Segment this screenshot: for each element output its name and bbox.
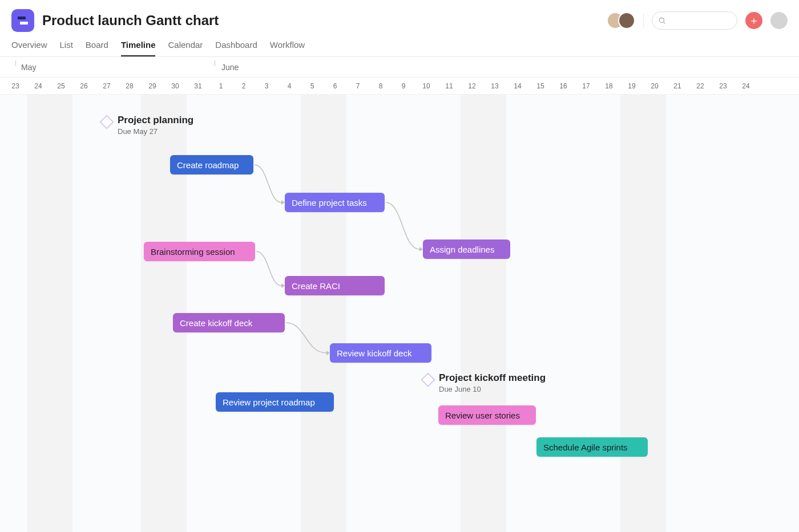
day-cell: 16 xyxy=(552,82,575,90)
day-cell: 8 xyxy=(369,82,392,90)
day-cell: 21 xyxy=(666,82,689,90)
tab-list[interactable]: List xyxy=(60,40,73,56)
day-cell: 3 xyxy=(255,82,278,90)
member-avatars[interactable] xyxy=(607,12,635,29)
gantt-chart[interactable]: Project planningDue May 27Project kickof… xyxy=(0,95,799,532)
day-cell: 10 xyxy=(415,82,438,90)
day-cell: 5 xyxy=(301,82,324,90)
day-cell: 25 xyxy=(50,82,72,90)
task-bar[interactable]: Assign deadlines xyxy=(423,239,510,259)
tab-timeline[interactable]: Timeline xyxy=(121,40,156,56)
day-cell: 15 xyxy=(529,82,552,90)
diamond-icon xyxy=(99,115,114,129)
day-cell: 22 xyxy=(689,82,712,90)
milestone-title: Project kickoff meeting xyxy=(439,372,546,384)
task-bar[interactable]: Review kickoff deck xyxy=(330,343,431,363)
month-label: June xyxy=(221,63,239,72)
day-cell: 20 xyxy=(643,82,666,90)
svg-point-0 xyxy=(659,18,664,22)
tab-board[interactable]: Board xyxy=(86,40,108,56)
weekend-stripe xyxy=(461,95,506,532)
task-bar[interactable]: Create roadmap xyxy=(170,155,253,174)
day-cell: 14 xyxy=(506,82,529,90)
month-row: MayJune xyxy=(0,57,799,78)
day-cell: 31 xyxy=(187,82,209,90)
day-cell: 1 xyxy=(209,82,232,90)
day-cell: 23 xyxy=(4,82,27,90)
milestone-subtitle: Due June 10 xyxy=(439,385,546,393)
task-bar[interactable]: Schedule Agile sprints xyxy=(536,437,648,457)
task-bar[interactable]: Create kickoff deck xyxy=(173,313,285,332)
month-tick xyxy=(215,60,215,66)
day-cell: 24 xyxy=(735,82,757,90)
milestone[interactable]: Project planningDue May 27 xyxy=(102,115,193,136)
page-title: Product launch Gantt chart xyxy=(42,13,219,29)
task-bar[interactable]: Brainstorming session xyxy=(144,242,255,261)
day-cell: 2 xyxy=(232,82,255,90)
month-tick xyxy=(15,60,16,66)
svg-line-1 xyxy=(664,22,665,24)
dependency-arrow xyxy=(384,200,427,254)
day-cell: 11 xyxy=(438,82,461,90)
plus-icon: ＋ xyxy=(749,14,759,27)
user-avatar[interactable] xyxy=(770,12,788,29)
weekend-stripe xyxy=(27,95,72,532)
task-bar[interactable]: Create RACI xyxy=(285,276,385,295)
milestone[interactable]: Project kickoff meetingDue June 10 xyxy=(423,372,546,393)
view-tabs: OverviewListBoardTimelineCalendarDashboa… xyxy=(0,32,799,57)
day-cell: 27 xyxy=(95,82,118,90)
milestone-subtitle: Due May 27 xyxy=(118,127,193,136)
day-cell: 19 xyxy=(620,82,643,90)
day-cell: 28 xyxy=(118,82,141,90)
tab-calendar[interactable]: Calendar xyxy=(168,40,203,56)
day-cell: 26 xyxy=(72,82,95,90)
dependency-arrow xyxy=(252,163,289,207)
app-icon-glyph xyxy=(18,17,28,25)
diamond-icon xyxy=(421,372,435,387)
add-button[interactable]: ＋ xyxy=(745,12,762,29)
day-cell: 9 xyxy=(392,82,415,90)
day-cell: 12 xyxy=(461,82,483,90)
search-icon xyxy=(658,17,666,25)
day-cell: 7 xyxy=(346,82,369,90)
day-row: 2324252627282930311234567891011121314151… xyxy=(0,78,799,95)
day-cell: 18 xyxy=(598,82,620,90)
weekend-stripe xyxy=(620,95,666,532)
app-icon[interactable] xyxy=(11,9,34,32)
day-cell: 23 xyxy=(712,82,735,90)
search-input[interactable] xyxy=(652,11,737,30)
milestone-title: Project planning xyxy=(118,115,193,126)
weekend-stripe xyxy=(301,95,346,532)
avatar[interactable] xyxy=(618,12,635,29)
day-cell: 29 xyxy=(141,82,164,90)
day-cell: 6 xyxy=(324,82,346,90)
task-bar[interactable]: Review user stories xyxy=(438,405,536,425)
day-cell: 4 xyxy=(278,82,301,90)
task-bar[interactable]: Review project roadmap xyxy=(216,392,334,412)
month-label: May xyxy=(21,63,36,72)
tab-dashboard[interactable]: Dashboard xyxy=(215,40,257,56)
tab-workflow[interactable]: Workflow xyxy=(270,40,305,56)
task-bar[interactable]: Define project tasks xyxy=(285,193,385,212)
dependency-arrow xyxy=(254,249,289,290)
day-cell: 30 xyxy=(164,82,187,90)
day-cell: 24 xyxy=(27,82,50,90)
divider xyxy=(643,13,644,28)
day-cell: 17 xyxy=(575,82,598,90)
tab-overview[interactable]: Overview xyxy=(11,40,47,56)
day-cell: 13 xyxy=(483,82,506,90)
